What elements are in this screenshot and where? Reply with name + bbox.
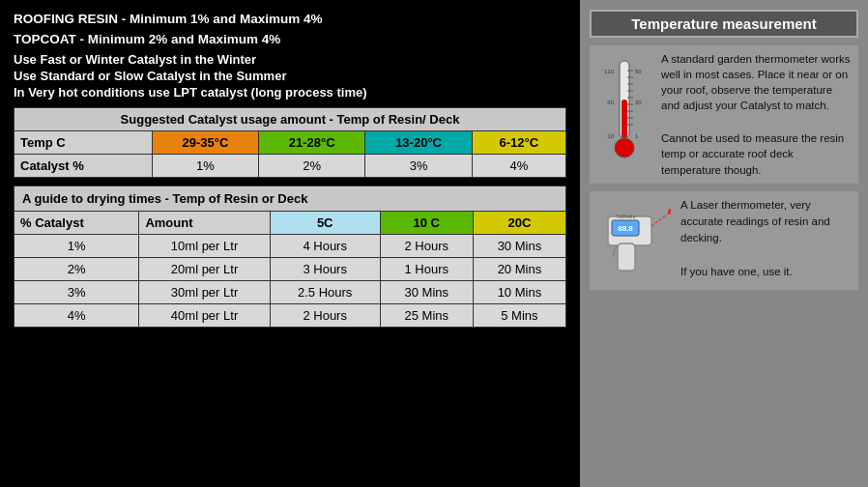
- drying-col-20c: 20C: [473, 212, 565, 235]
- topcoat-text: TOPCOAT - Minimum 2% and Maximum 4%: [14, 32, 566, 46]
- catalyst-percent-label: Catalyst %: [14, 155, 153, 178]
- catalyst-val-4: 4%: [472, 155, 565, 178]
- svg-text:60: 60: [607, 100, 614, 105]
- drying-r1-10c: 2 Hours: [380, 235, 473, 258]
- svg-line-22: [651, 212, 671, 226]
- temp-c-label: Temp C: [14, 131, 153, 155]
- drying-r3-10c: 30 Mins: [380, 281, 473, 304]
- thermometer-text-block: A standard garden thermometer works well…: [661, 51, 853, 178]
- drying-r2-10c: 1 Hours: [380, 258, 473, 281]
- drying-col-catalyst: % Catalyst: [14, 212, 139, 235]
- drying-times-table: A guide to drying times - Temp of Resin …: [14, 186, 566, 328]
- drying-r2-20c: 20 Mins: [473, 258, 565, 281]
- winter-catalyst-text: Use Fast or Winter Catalyst in the Winte…: [14, 52, 566, 67]
- drying-col-amount: Amount: [139, 212, 270, 235]
- svg-text:50: 50: [635, 69, 642, 74]
- laser-section: 88.8 TiqMedia A Laser thermometer, very …: [590, 191, 858, 290]
- catalyst-usage-table: Suggested Catalyst usage amount - Temp o…: [14, 107, 566, 178]
- drying-r4-5c: 2 Hours: [270, 304, 380, 328]
- drying-r3-20c: 10 Mins: [473, 281, 565, 304]
- svg-text:20: 20: [635, 100, 642, 105]
- catalyst-val-1: 1%: [152, 155, 258, 178]
- right-panel: Temperature measurement: [580, 0, 868, 487]
- drying-r1-amount: 10ml per Ltr: [139, 235, 270, 258]
- thermometer-description-2: Cannot be used to measure the resin temp…: [661, 130, 853, 177]
- svg-point-11: [615, 138, 634, 158]
- drying-row-3: 3% 30ml per Ltr 2.5 Hours 30 Mins 10 Min…: [14, 281, 566, 304]
- catalyst-val-3: 3%: [365, 155, 472, 178]
- laser-thermometer-icon: 88.8 TiqMedia: [598, 197, 671, 284]
- svg-text:1: 1: [635, 133, 639, 139]
- temp-range-3: 13-20°C: [365, 131, 472, 155]
- thermometer-icon: 110 60 10 50 20 1: [600, 56, 649, 172]
- temp-range-4: 6-12°C: [472, 131, 565, 155]
- thermometer-image: 110 60 10 50 20 1: [595, 51, 653, 178]
- temp-range-1: 29-35°C: [152, 131, 258, 155]
- svg-rect-10: [622, 100, 627, 138]
- drying-r2-amount: 20ml per Ltr: [139, 258, 270, 281]
- svg-text:88.8: 88.8: [618, 224, 633, 233]
- drying-r2-5c: 3 Hours: [270, 258, 380, 281]
- drying-col-5c: 5C: [270, 212, 380, 235]
- laser-text-block: A Laser thermometer, very accurate readi…: [680, 197, 853, 284]
- drying-table-title: A guide to drying times - Temp of Resin …: [14, 186, 566, 212]
- left-panel: ROOFING RESIN - Minimum 1% and Maximum 4…: [0, 0, 580, 487]
- thermometer-section: 110 60 10 50 20 1 A standard garden ther…: [590, 45, 858, 184]
- drying-r4-catalyst: 4%: [14, 304, 139, 328]
- laser-thermometer-image: 88.8 TiqMedia: [595, 197, 673, 284]
- hot-conditions-text: In Very hot conditions use LPT catalyst …: [14, 85, 566, 100]
- drying-col-10c: 10 C: [380, 212, 473, 235]
- temp-range-2: 21-28°C: [259, 131, 365, 155]
- svg-text:110: 110: [604, 69, 615, 74]
- drying-row-2: 2% 20ml per Ltr 3 Hours 1 Hours 20 Mins: [14, 258, 566, 281]
- drying-r4-amount: 40ml per Ltr: [139, 304, 270, 328]
- drying-r3-catalyst: 3%: [14, 281, 139, 304]
- laser-description-1: A Laser thermometer, very accurate readi…: [680, 197, 853, 247]
- drying-r1-catalyst: 1%: [14, 235, 139, 258]
- drying-r2-catalyst: 2%: [14, 258, 139, 281]
- right-panel-title: Temperature measurement: [590, 10, 858, 38]
- drying-row-1: 1% 10ml per Ltr 4 Hours 2 Hours 30 Mins: [14, 235, 566, 258]
- drying-r1-20c: 30 Mins: [473, 235, 565, 258]
- svg-rect-19: [618, 244, 635, 271]
- thermometer-description-1: A standard garden thermometer works well…: [661, 51, 853, 113]
- drying-row-4: 4% 40ml per Ltr 2 Hours 25 Mins 5 Mins: [14, 304, 566, 328]
- drying-r4-20c: 5 Mins: [473, 304, 565, 328]
- drying-r4-10c: 25 Mins: [380, 304, 473, 328]
- svg-text:10: 10: [607, 133, 614, 139]
- drying-r3-amount: 30ml per Ltr: [139, 281, 270, 304]
- svg-text:TiqMedia: TiqMedia: [615, 214, 635, 219]
- roofing-resin-text: ROOFING RESIN - Minimum 1% and Maximum 4…: [14, 12, 566, 26]
- drying-r1-5c: 4 Hours: [270, 235, 380, 258]
- catalyst-val-2: 2%: [259, 155, 365, 178]
- summer-catalyst-text: Use Standard or Slow Catalyst in the Sum…: [14, 69, 566, 83]
- drying-r3-5c: 2.5 Hours: [270, 281, 380, 304]
- laser-description-2: If you have one, use it.: [680, 264, 853, 280]
- catalyst-table-title: Suggested Catalyst usage amount - Temp o…: [14, 108, 566, 131]
